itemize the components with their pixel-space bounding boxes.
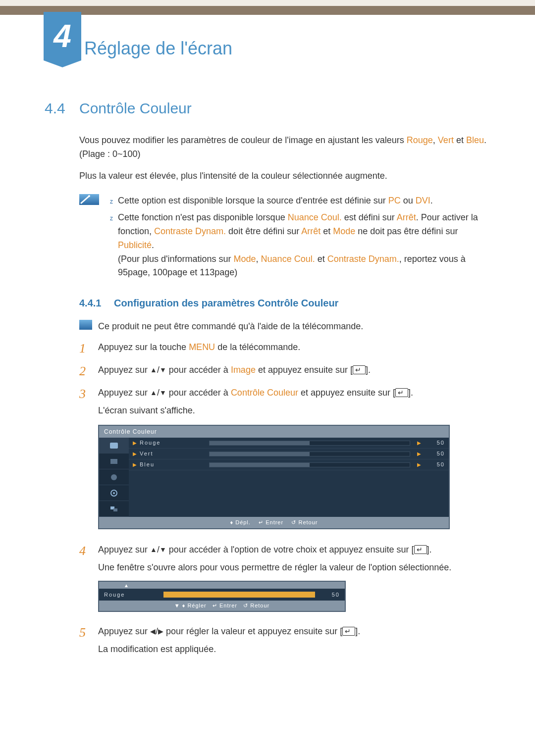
- osd-row-rouge: ▶ Rouge ▶ 50: [129, 438, 449, 449]
- slider-bar: [163, 592, 315, 598]
- step-number: 1: [79, 341, 98, 356]
- arrow-up-icon: ▲: [150, 546, 157, 554]
- osd-slider-popup: Rouge 50 ♦ Régler ↵ Entrer ↺ Retour: [98, 581, 346, 612]
- arrow-left-icon: ◀: [150, 627, 156, 635]
- note-item: Cette option est disponible lorsque la s…: [118, 194, 433, 208]
- svg-rect-2: [110, 459, 117, 464]
- kw-pc: PC: [388, 196, 401, 205]
- enter-icon: [342, 627, 355, 636]
- osd-slider: [209, 441, 410, 446]
- arrow-down-icon: ▼: [160, 366, 166, 374]
- kw-controle-couleur: Contrôle Couleur: [231, 388, 298, 398]
- osd-slider: [209, 462, 410, 467]
- arrow-down-icon: ▼: [160, 389, 166, 397]
- chapter-header: 4 Réglage de l'écran: [0, 15, 535, 97]
- arrow-up-icon: ▲: [150, 389, 157, 397]
- subsection-heading: 4.4.1 Configuration des paramètres Contr…: [79, 296, 490, 311]
- chevron-right-icon: ▶: [417, 439, 421, 447]
- svg-point-5: [113, 492, 115, 494]
- osd-row-value: 50: [423, 460, 445, 469]
- osd-row-value: 50: [423, 450, 445, 458]
- osd-tab-sound-icon: [99, 469, 129, 485]
- kw-image: Image: [231, 365, 256, 375]
- slider-value: 50: [320, 591, 340, 599]
- step-4: 4 Appuyez sur ▲/▼ pour accéder à l'optio…: [79, 543, 490, 620]
- step-3: 3 Appuyez sur ▲/▼ pour accéder à Contrôl…: [79, 386, 490, 538]
- kw-bleu: Bleu: [466, 135, 484, 145]
- enter-icon: [395, 388, 408, 397]
- step-number: 2: [79, 363, 98, 379]
- osd-footer-move: ♦ Dépl.: [230, 519, 251, 525]
- remote-only-text: Ce produit ne peut être commandé qu'à l'…: [98, 320, 363, 334]
- section-title: Contrôle Couleur: [79, 97, 192, 120]
- slider-footer: ♦ Régler ↵ Entrer ↺ Retour: [99, 601, 345, 611]
- step-1: 1 Appuyez sur la touche MENU de la téléc…: [79, 341, 490, 358]
- osd-menu-screenshot: Contrôle Couleur ▶ Rouge: [98, 425, 450, 530]
- section-number: 4.4: [45, 97, 79, 120]
- kw-publicite: Publicité: [118, 240, 152, 250]
- subsection-number: 4.4.1: [79, 296, 114, 311]
- step-number: 4: [79, 543, 98, 558]
- arrow-up-icon: ▲: [150, 366, 157, 374]
- note-item: Cette fonction n'est pas disponible lors…: [118, 211, 490, 280]
- osd-row-bleu: ▶ Bleu ▶ 50: [129, 459, 449, 470]
- osd-tab-multi-icon: [99, 501, 129, 517]
- slider-up-arrow: [99, 582, 345, 589]
- step-5: 5 Appuyez sur ◀/▶ pour régler la valeur …: [79, 625, 490, 660]
- step-2: 2 Appuyez sur ▲/▼ pour accéder à Image e…: [79, 363, 490, 381]
- kw-menu: MENU: [189, 342, 215, 352]
- step-number: 3: [79, 386, 98, 402]
- chevron-right-icon: ▶: [133, 439, 137, 447]
- intro-block: Vous pouvez modifier les paramètres de c…: [79, 134, 490, 183]
- osd-footer: ♦ Dépl. ↵ Entrer ↺ Retour: [99, 517, 449, 528]
- remote-icon: [79, 320, 98, 330]
- osd-tab-screen-icon: [99, 454, 129, 469]
- svg-point-3: [111, 474, 117, 480]
- bullet-icon: z: [105, 194, 118, 208]
- arrow-right-icon: ▶: [158, 627, 163, 635]
- kw-contraste-dynam: Contraste Dynam.: [154, 226, 226, 236]
- chapter-title: Réglage de l'écran: [84, 25, 490, 62]
- osd-row-label: Rouge: [140, 439, 204, 447]
- chapter-number-badge: 4: [44, 12, 81, 60]
- osd-row-label: Bleu: [140, 460, 204, 469]
- kw-arret: Arrêt: [397, 212, 416, 222]
- remote-only-note: Ce produit ne peut être commandé qu'à l'…: [79, 320, 490, 334]
- osd-slider: [209, 452, 410, 456]
- enter-icon: [414, 545, 427, 554]
- note-icon: [79, 194, 99, 205]
- chevron-right-icon: ▶: [133, 450, 137, 458]
- kw-vert: Vert: [438, 135, 454, 145]
- kw-rouge: Rouge: [407, 135, 433, 145]
- chevron-right-icon: ▶: [417, 450, 421, 458]
- chevron-right-icon: ▶: [417, 461, 421, 469]
- osd-sidebar: [99, 438, 129, 517]
- svg-rect-7: [113, 508, 117, 511]
- bullet-icon: z: [105, 211, 118, 280]
- osd-footer-return: ↺ Retour: [291, 519, 318, 525]
- osd-row-vert: ▶ Vert ▶ 50: [129, 449, 449, 459]
- chevron-right-icon: ▶: [133, 461, 137, 469]
- osd-tab-setup-icon: [99, 485, 129, 501]
- intro-text-2: Plus la valeur est élevée, plus l'intens…: [79, 169, 490, 183]
- intro-text: Vous pouvez modifier les paramètres de c…: [79, 135, 407, 145]
- step-number: 5: [79, 625, 98, 640]
- slider-down-arrow: [174, 603, 182, 608]
- osd-row-value: 50: [423, 439, 445, 447]
- kw-nuance: Nuance Coul.: [288, 212, 342, 222]
- svg-point-0: [88, 195, 90, 197]
- note-block: z Cette option est disponible lorsque la…: [79, 194, 490, 283]
- kw-dvi: DVI: [416, 196, 430, 205]
- osd-footer-enter: ↵ Entrer: [259, 519, 283, 525]
- svg-rect-1: [110, 443, 118, 449]
- osd-tab-image-icon: [99, 438, 129, 454]
- kw-mode: Mode: [333, 226, 355, 236]
- enter-icon: [353, 365, 366, 374]
- subsection-title: Configuration des paramètres Contrôle Co…: [114, 296, 338, 311]
- section-heading: 4.4 Contrôle Couleur: [45, 97, 490, 120]
- osd-title: Contrôle Couleur: [99, 426, 449, 438]
- arrow-down-icon: ▼: [160, 546, 166, 554]
- slider-label: Rouge: [104, 591, 159, 599]
- osd-row-label: Vert: [140, 450, 204, 458]
